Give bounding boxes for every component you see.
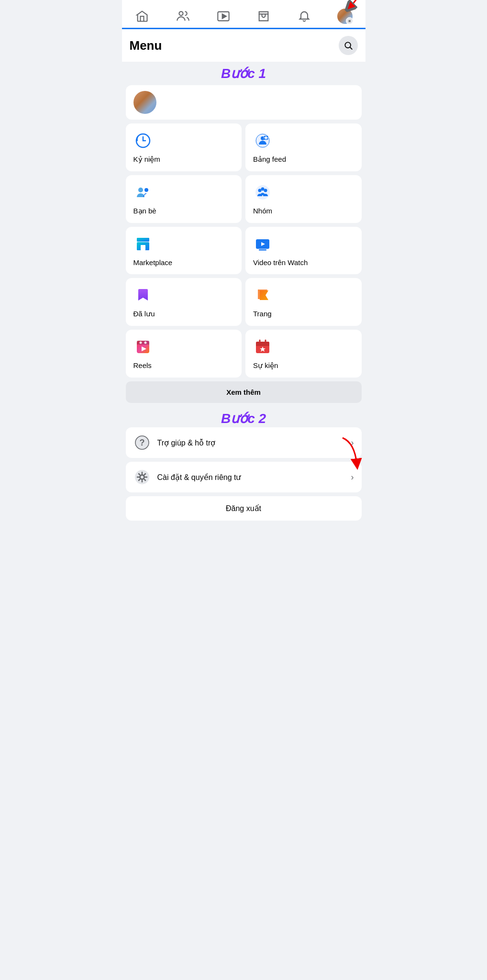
svg-rect-38 [256,344,269,346]
marketplace-label: Marketplace [133,258,234,267]
svg-point-11 [265,137,267,139]
grid-card-events[interactable]: Sự kiện [245,330,362,378]
svg-point-16 [138,188,143,192]
svg-rect-30 [259,249,266,251]
avatar-container: ≡ [337,9,353,24]
watch-grid-icon [254,235,271,253]
help-item[interactable]: ? Trợ giúp & hỗ trợ › [126,427,362,458]
friends-icon [176,10,189,23]
grid-row-3: Marketplace Video trên Watch [126,227,362,274]
logout-button[interactable]: Đăng xuất [126,496,362,521]
svg-rect-32 [137,341,149,345]
events-icon-wrap [253,337,272,356]
settings-icon [134,469,150,485]
search-icon [343,41,353,50]
grid-card-groups[interactable]: Nhóm [245,175,362,223]
nav-marketplace[interactable] [244,6,284,27]
step2-label: Bước 2 [122,407,365,427]
grid-row-2: Bạn bè Nhóm [126,175,362,223]
grid-card-friends[interactable]: Bạn bè [126,175,242,223]
nav-profile[interactable]: ≡ [325,5,365,28]
nav-notifications[interactable] [284,6,325,27]
help-chevron-icon: › [351,438,354,448]
grid-card-memories[interactable]: Kỷ niệm [126,123,242,171]
svg-point-20 [264,189,267,192]
pages-icon [254,287,271,304]
bell-icon [298,10,311,23]
help-item-left: ? Trợ giúp & hỗ trợ [133,434,216,451]
reels-label: Reels [133,361,234,369]
svg-point-34 [144,342,146,344]
feed-label: Bảng feed [253,155,354,164]
memories-icon-wrap [133,131,153,150]
svg-point-4 [345,42,351,48]
feed-icon [254,132,271,149]
friends-grid-icon [134,184,152,201]
grid-row-1: Kỷ niệm [126,123,362,171]
grid-card-marketplace[interactable]: Marketplace [126,227,242,274]
settings-text: Cài đặt & quyền riêng tư [157,473,241,482]
reels-icon [134,338,152,356]
grid-section: Kỷ niệm [122,123,365,378]
step2-container: Bước 2 ? Trợ giúp & hỗ trợ › [122,407,365,521]
grid-card-watch[interactable]: Video trên Watch [245,227,362,274]
svg-point-21 [261,188,265,191]
svg-rect-25 [137,238,149,242]
groups-label: Nhóm [253,207,354,215]
profile-avatar [133,91,156,114]
grid-card-pages[interactable]: Trang [245,278,362,326]
profile-row [126,85,362,120]
events-label: Sự kiện [253,361,354,370]
see-more-button[interactable]: Xem thêm [126,381,362,403]
grid-card-feed[interactable]: Bảng feed [245,123,362,171]
help-icon: ? [134,434,150,451]
search-button[interactable] [339,36,358,55]
watch-label: Video trên Watch [253,258,354,267]
marketplace-grid-icon [134,235,152,253]
svg-line-5 [350,47,352,50]
home-icon [135,10,149,23]
grid-card-saved[interactable]: Đã lưu [126,278,242,326]
grid-row-4: Đã lưu Tr [126,278,362,326]
saved-icon [134,287,152,304]
svg-point-19 [258,189,262,192]
top-nav: ≡ [122,0,365,29]
events-icon [254,338,271,356]
nav-watch[interactable] [203,6,244,27]
avatar-menu-icon: ≡ [346,17,353,24]
help-text: Trợ giúp & hỗ trợ [157,438,216,447]
step1-label: Bước 1 [122,62,365,85]
memories-label: Kỷ niệm [133,155,234,164]
svg-text:?: ? [139,438,144,447]
nav-home[interactable] [122,6,163,27]
svg-marker-2 [222,14,226,18]
settings-chevron-icon: › [351,472,354,482]
friends-label: Bạn bè [133,207,234,215]
svg-point-33 [139,342,142,344]
saved-icon-wrap [133,286,153,305]
grid-card-reels[interactable]: Reels [126,330,242,378]
feed-icon-wrap [253,131,272,150]
groups-icon-wrap [253,183,272,202]
pages-label: Trang [253,310,354,318]
bottom-section: ? Trợ giúp & hỗ trợ › [122,427,365,492]
watch-icon-wrap [253,234,272,254]
saved-label: Đã lưu [133,310,234,318]
settings-item[interactable]: Cài đặt & quyền riêng tư › [126,462,362,492]
watch-icon [217,10,230,23]
friends-icon-wrap [133,183,153,202]
nav-friends[interactable] [162,6,203,27]
svg-rect-27 [141,245,145,250]
marketplace-grid-icon-wrap [133,234,153,254]
svg-point-0 [179,11,183,15]
settings-icon-wrap [133,468,151,486]
reels-icon-wrap [133,337,153,356]
page-wrapper: ≡ Menu Bước 1 [122,0,365,521]
groups-icon [254,184,271,201]
pages-icon-wrap [253,286,272,305]
grid-row-5: Reels Sự kiện [126,330,362,378]
page-title: Menu [130,38,162,53]
help-icon-wrap: ? [133,434,151,451]
svg-point-17 [144,188,148,192]
profile-item [133,91,354,114]
